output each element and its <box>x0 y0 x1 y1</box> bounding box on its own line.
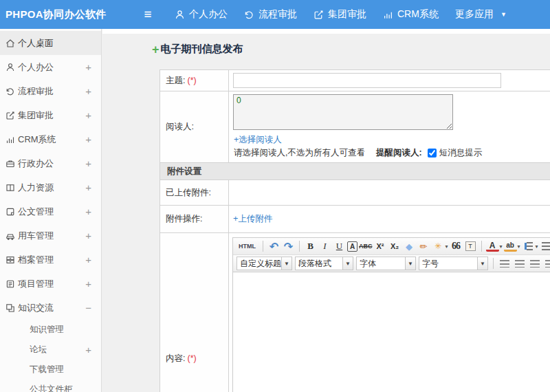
sidebar-subitem[interactable]: 知识管理 <box>0 320 101 340</box>
topbar-nav-item[interactable]: 集团审批 <box>314 8 366 21</box>
editor-combo[interactable]: 字体 ▼ <box>356 257 416 270</box>
highlight-color-button[interactable]: ab <box>504 241 517 252</box>
expand-toggle[interactable]: + <box>85 133 91 145</box>
redo-icon[interactable]: ↷ <box>282 240 295 253</box>
align-center-icon[interactable] <box>515 260 525 268</box>
topbar-nav-item[interactable]: CRM系统 <box>383 8 439 21</box>
sidebar-item[interactable]: 人力资源 + <box>0 175 101 199</box>
dropdown-caret-icon[interactable]: ▾ <box>500 243 503 250</box>
expand-toggle[interactable]: + <box>85 230 91 241</box>
expand-toggle[interactable]: + <box>85 254 91 265</box>
sidebar-item[interactable]: CRM系统 + <box>0 127 101 151</box>
sidebar-subitem[interactable]: 下载管理 <box>0 360 101 380</box>
hamburger-menu-icon[interactable]: ≡ <box>139 7 157 22</box>
page-title: + 电子期刊信息发布 <box>152 43 550 56</box>
remove-format-icon[interactable]: ◆ <box>403 240 416 253</box>
subscript-button[interactable]: X₂ <box>388 240 402 253</box>
app-window: PHPOA协同办公软件 ≡ 个人办公 流程审批 集团审批 <box>0 0 550 392</box>
expand-toggle[interactable]: + <box>85 85 91 97</box>
home-icon <box>6 39 15 48</box>
document-icon <box>6 207 15 217</box>
dropdown-caret-icon[interactable]: ▾ <box>446 243 448 250</box>
editor-combo[interactable]: 段落格式 ▼ <box>295 257 353 270</box>
underline-button[interactable]: U <box>333 240 346 253</box>
toolbar-separator <box>299 241 300 252</box>
expand-toggle[interactable]: + <box>85 182 91 193</box>
sidebar-subitem[interactable]: 公共文件柜 <box>0 380 101 392</box>
auto-typeset-icon[interactable]: ✳ <box>432 240 445 253</box>
expand-toggle[interactable]: + <box>85 157 91 169</box>
sidebar-item[interactable]: 公文管理 + <box>0 199 101 224</box>
strikethrough-button[interactable]: ABC <box>359 240 373 253</box>
readers-textarea[interactable]: 0 <box>233 94 453 130</box>
align-left-icon[interactable] <box>500 260 509 268</box>
expand-toggle[interactable]: − <box>85 302 91 314</box>
sidebar-item[interactable]: 集团审批 + <box>0 103 101 127</box>
editor-style-combos: 自定义标题 ▼ 段落格式 ▼ <box>235 257 490 270</box>
topbar-nav-item[interactable]: 个人办公 <box>175 8 228 21</box>
combo-caret-icon[interactable]: ▼ <box>405 257 415 270</box>
combo-caret-icon[interactable]: ▼ <box>477 257 487 270</box>
sms-notify-checkbox[interactable] <box>428 149 437 157</box>
archive-icon <box>6 255 15 265</box>
paste-plain-button[interactable]: T <box>464 240 477 253</box>
sidebar-item[interactable]: 知识交流 − <box>0 296 101 320</box>
car-icon <box>6 231 15 241</box>
align-justify-icon[interactable] <box>545 260 550 268</box>
briefcase-icon <box>6 159 15 168</box>
expand-toggle[interactable]: + <box>85 61 91 73</box>
remind-readers-label: 提醒阅读人: <box>376 147 422 159</box>
readers-label-cell: 阅读人: <box>160 91 229 163</box>
combo-caret-icon[interactable]: ▼ <box>281 257 292 270</box>
toolbar-separator <box>493 258 494 269</box>
sidebar-subitem[interactable]: 论坛 + <box>0 340 101 360</box>
topbar-nav-item[interactable]: 流程审批 <box>244 8 297 21</box>
sidebar-item[interactable]: 行政办公 + <box>0 151 101 175</box>
toolbar-separator <box>263 241 263 252</box>
blockquote-button[interactable]: 66 <box>450 240 463 253</box>
topbar-nav-item[interactable]: 更多应用 ▼ <box>455 8 507 21</box>
attachment-ops-label-cell: 附件操作: <box>160 206 229 233</box>
ordered-list-button[interactable] <box>522 240 535 253</box>
chart-icon <box>6 135 15 144</box>
undo-icon[interactable]: ↶ <box>267 240 280 253</box>
expand-toggle[interactable]: + <box>85 206 91 217</box>
dropdown-caret-icon[interactable]: ▾ <box>518 243 520 250</box>
upload-attachment-link[interactable]: +上传附件 <box>233 213 272 225</box>
format-painter-icon[interactable]: ✏ <box>417 240 430 253</box>
editor-combo[interactable]: 自定义标题 ▼ <box>236 257 292 270</box>
app-logo: PHPOA协同办公软件 <box>0 8 107 21</box>
expand-toggle[interactable]: + <box>85 344 91 356</box>
expand-toggle[interactable]: + <box>85 109 91 121</box>
sidebar-item[interactable]: 档案管理 + <box>0 248 101 272</box>
italic-button[interactable]: I <box>318 240 331 253</box>
publish-form: 主题:(*) 阅读人: 0 +选择阅读人 请选择阅读人,不选为所有人可查看 提醒… <box>160 69 550 392</box>
expand-toggle[interactable]: + <box>85 278 91 290</box>
sidebar-item[interactable]: 个人办公 + <box>0 55 101 79</box>
sidebar: 个人桌面 个人办公 + 流程审批 + 集团审批 <box>0 29 102 392</box>
editor-combo[interactable]: 字号 ▼ <box>419 257 488 270</box>
combo-caret-icon[interactable]: ▼ <box>342 257 353 270</box>
uploaded-attachments-label-cell: 已上传附件: <box>160 180 229 206</box>
unordered-list-button[interactable] <box>540 240 550 253</box>
bold-button[interactable]: B <box>304 240 317 253</box>
sms-notify-label: 短消息提示 <box>439 147 483 159</box>
unordered-list-icon <box>542 242 550 250</box>
approval-icon <box>6 111 15 120</box>
align-right-icon[interactable] <box>530 260 540 268</box>
readers-hint: 请选择阅读人,不选为所有人可查看 <box>234 147 365 159</box>
dropdown-caret-icon[interactable]: ▾ <box>536 243 538 250</box>
hr-icon <box>6 183 15 193</box>
editor-content-area[interactable] <box>233 272 550 392</box>
sidebar-item[interactable]: 项目管理 + <box>0 272 101 296</box>
source-code-button[interactable]: HTML <box>236 240 258 253</box>
workflow-icon <box>6 87 15 96</box>
select-readers-link[interactable]: +选择阅读人 <box>234 134 282 146</box>
sidebar-item[interactable]: 流程审批 + <box>0 79 101 103</box>
border-text-button[interactable]: A <box>347 241 358 252</box>
superscript-button[interactable]: X² <box>374 240 387 253</box>
sidebar-item[interactable]: 个人桌面 <box>0 31 101 55</box>
sidebar-item[interactable]: 用车管理 + <box>0 224 101 248</box>
subject-input[interactable] <box>233 73 501 88</box>
font-color-button[interactable]: A <box>486 241 499 252</box>
